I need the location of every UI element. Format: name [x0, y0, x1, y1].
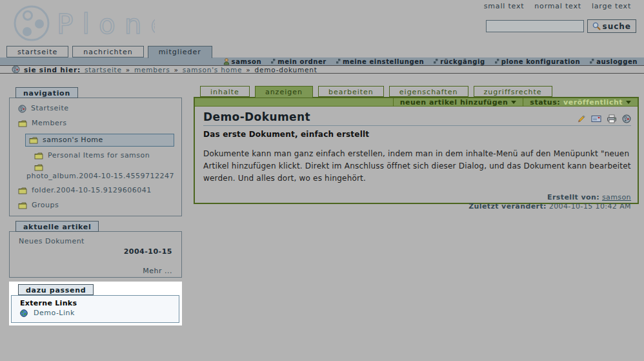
plone-logo[interactable]: Plone: [5, 3, 155, 46]
search-button[interactable]: suche: [587, 19, 636, 33]
breadcrumb-link-startseite[interactable]: startseite: [85, 66, 122, 74]
meine-einstellungen-label: meine einstellungen: [343, 58, 424, 65]
user-name: samson: [232, 58, 262, 65]
nav-item-personal-items[interactable]: Personal Items for samson: [10, 151, 181, 160]
nav-item-photo-album-label[interactable]: photo_album.2004-10-15.4559712247: [10, 172, 181, 181]
folder-icon: [34, 164, 43, 171]
tab-inhalte[interactable]: inhalte: [200, 86, 250, 97]
nav-item-label: Members: [32, 119, 66, 128]
recent-more-link[interactable]: Mehr ...: [19, 267, 172, 275]
content-actions-bar: neuen artikel hinzufügen status: veröffe…: [195, 98, 638, 107]
user-link[interactable]: samson: [223, 58, 262, 65]
recent-item-link[interactable]: Neues Dokument: [19, 237, 85, 245]
folder-icon: [18, 120, 27, 127]
workflow-status-menu[interactable]: status: veröffentlicht: [523, 98, 638, 107]
squares-icon: [590, 59, 594, 64]
plone-konfiguration-link[interactable]: plone konfiguration: [495, 58, 581, 65]
meine-einstellungen-link[interactable]: meine einstellungen: [336, 58, 424, 65]
modified-value: 2004-10-15 10:42 AM: [549, 202, 631, 211]
main-content: inhalte anzeigen bearbeiten eigenschafte…: [194, 86, 639, 204]
site-globe-icon: [18, 105, 26, 113]
recent-item-date: 2004-10-15: [19, 247, 172, 256]
dropdown-arrow-icon: [626, 101, 631, 104]
nav-item-startseite[interactable]: Startseite: [10, 104, 181, 113]
breadcrumb-link-samsons-home[interactable]: samson's home: [183, 66, 243, 74]
tab-mitglieder[interactable]: mitglieder: [148, 46, 212, 58]
document-title-row: Demo-Dokument: [203, 110, 631, 126]
breadcrumb-separator: »: [174, 66, 178, 74]
document-actions: [577, 114, 631, 123]
status-value: veröffentlicht: [563, 98, 623, 107]
related-portlet-title: dazu passend: [18, 284, 94, 295]
add-item-menu[interactable]: neuen artikel hinzufügen: [393, 98, 523, 107]
search-area: suche: [486, 19, 636, 33]
nav-item-members[interactable]: Members: [10, 119, 181, 128]
plone-globe-icon[interactable]: [622, 114, 631, 123]
mein-ordner-link[interactable]: mein ordner: [271, 58, 327, 65]
breadcrumb-separator: »: [246, 66, 250, 74]
squares-icon: [434, 59, 438, 64]
tab-zugriffsrechte[interactable]: zugriffsrechte: [474, 86, 552, 97]
search-icon: [592, 22, 601, 30]
link-globe-icon: [20, 309, 28, 317]
dropdown-arrow-icon: [511, 101, 516, 104]
mail-icon[interactable]: [591, 115, 601, 123]
document-title: Demo-Dokument: [203, 110, 310, 123]
edit-pencil-icon[interactable]: [577, 114, 586, 123]
small-text-link[interactable]: small text: [484, 2, 525, 10]
folder-icon: [18, 187, 27, 194]
nav-item-label: Startseite: [31, 104, 69, 113]
site-tabs: startseite nachrichten mitglieder: [6, 46, 212, 58]
folder-icon: [18, 202, 27, 209]
user-icon: [223, 58, 230, 65]
nav-item-label: Groups: [32, 201, 59, 210]
tab-anzeigen[interactable]: anzeigen: [255, 86, 313, 98]
related-portlet-highlight: dazu passend Externe Links Demo-Link: [9, 282, 182, 325]
plone-konfiguration-label: plone konfiguration: [501, 58, 581, 65]
logo-text: Plone: [57, 8, 155, 40]
personal-bar: samson mein ordner meine einstellungen r…: [0, 57, 644, 65]
document-byline: Erstellt von: samson Zuletzt verändert: …: [203, 193, 631, 211]
folder-icon: [29, 137, 38, 144]
tab-eigenschaften[interactable]: eigenschaften: [389, 86, 468, 97]
normal-text-link[interactable]: normal text: [534, 2, 581, 10]
print-icon[interactable]: [607, 114, 617, 123]
rueckgaengig-label: rückgängig: [440, 58, 485, 65]
squares-icon: [336, 59, 341, 64]
tab-startseite[interactable]: startseite: [6, 46, 68, 57]
nav-item-folder[interactable]: folder.2004-10-15.9129606041: [10, 186, 181, 195]
recent-portlet-body: Neues Dokument 2004-10-15 Mehr ...: [9, 231, 182, 278]
status-label: status:: [530, 98, 560, 107]
breadcrumb-current: demo-dokument: [254, 66, 317, 74]
text-size-links: small text normal text large text: [484, 2, 631, 10]
folder-icon: [34, 152, 43, 160]
ausloggen-label: ausloggen: [596, 58, 638, 65]
recent-portlet-title: aktuelle artikel: [15, 221, 99, 232]
content-tabs: inhalte anzeigen bearbeiten eigenschafte…: [200, 86, 639, 98]
breadcrumb-link-members[interactable]: members: [134, 66, 170, 74]
related-demo-link[interactable]: Demo-Link: [20, 309, 179, 317]
tab-nachrichten[interactable]: nachrichten: [72, 46, 143, 57]
nav-item-groups[interactable]: Groups: [10, 201, 181, 210]
large-text-link[interactable]: large text: [592, 2, 631, 10]
recent-portlet: aktuelle artikel Neues Dokument 2004-10-…: [9, 220, 182, 278]
add-item-menu-label: neuen artikel hinzufügen: [400, 98, 508, 107]
rueckgaengig-link[interactable]: rückgängig: [434, 58, 485, 65]
plone-page: Plone small text normal text large text …: [0, 0, 644, 361]
nav-item-photo-album[interactable]: [10, 164, 181, 171]
author-link[interactable]: samson: [602, 193, 631, 201]
breadcrumb-prefix: sie sind hier:: [24, 66, 81, 74]
search-button-label: suche: [603, 22, 631, 31]
related-portlet-body: Externe Links Demo-Link: [11, 295, 179, 323]
tab-bearbeiten[interactable]: bearbeiten: [318, 86, 384, 97]
ausloggen-link[interactable]: ausloggen: [590, 58, 638, 65]
nav-item-label: Personal Items for samson: [48, 151, 150, 160]
breadcrumb: sie sind hier: startseite » members » sa…: [0, 65, 644, 74]
search-input[interactable]: [486, 20, 584, 32]
document-body-area: Demo-Dokument: [195, 107, 638, 211]
nav-item-label: folder.2004-10-15.9129606041: [32, 186, 152, 195]
nav-item-samsons-home[interactable]: samson's Home: [25, 134, 174, 147]
document-text: Dokumente kann man ganz einfach erstelle…: [203, 148, 639, 185]
navigation-portlet: navigation Startseite: [9, 86, 182, 216]
navigation-portlet-title: navigation: [15, 87, 78, 98]
